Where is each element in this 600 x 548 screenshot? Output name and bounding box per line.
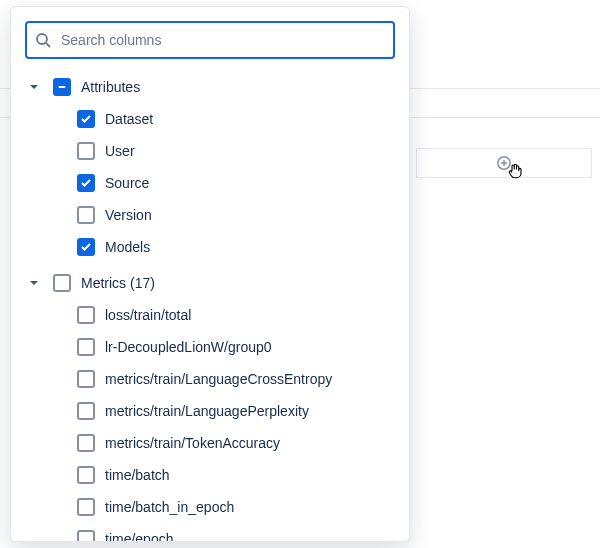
checkbox-attributes[interactable]	[53, 78, 71, 96]
checkbox[interactable]	[77, 466, 95, 484]
tree-item[interactable]: time/batch	[25, 459, 395, 491]
tree-item[interactable]: metrics/train/LanguageCrossEntropy	[25, 363, 395, 395]
tree-item[interactable]: loss/train/total	[25, 299, 395, 331]
checkbox[interactable]	[77, 338, 95, 356]
column-picker-panel: Attributes Dataset User Source Version	[10, 6, 410, 542]
item-label: lr-DecoupledLionW/group0	[105, 339, 272, 355]
checkbox[interactable]	[77, 370, 95, 388]
checkbox[interactable]	[77, 174, 95, 192]
item-label: metrics/train/TokenAccuracy	[105, 435, 280, 451]
tree-item[interactable]: lr-DecoupledLionW/group0	[25, 331, 395, 363]
item-label: time/batch	[105, 467, 170, 483]
add-column-cell[interactable]	[416, 148, 592, 178]
group-label: Metrics (17)	[81, 275, 155, 291]
checkbox[interactable]	[77, 530, 95, 542]
chevron-down-icon[interactable]	[25, 78, 43, 96]
tree-item[interactable]: metrics/train/TokenAccuracy	[25, 427, 395, 459]
tree-item[interactable]: User	[25, 135, 395, 167]
item-label: Version	[105, 207, 152, 223]
svg-rect-5	[59, 86, 66, 88]
item-label: metrics/train/LanguagePerplexity	[105, 403, 309, 419]
group-row-attributes[interactable]: Attributes	[25, 71, 395, 103]
item-label: Source	[105, 175, 149, 191]
checkbox[interactable]	[77, 238, 95, 256]
tree-item[interactable]: metrics/train/LanguagePerplexity	[25, 395, 395, 427]
group-row-metrics[interactable]: Metrics (17)	[25, 267, 395, 299]
checkbox[interactable]	[77, 306, 95, 324]
item-label: Models	[105, 239, 150, 255]
column-tree: Attributes Dataset User Source Version	[25, 71, 395, 542]
tree-item[interactable]: time/batch_in_epoch	[25, 491, 395, 523]
checkbox[interactable]	[77, 498, 95, 516]
checkbox[interactable]	[77, 110, 95, 128]
chevron-down-icon[interactable]	[25, 274, 43, 292]
tree-item[interactable]: time/epoch	[25, 523, 395, 542]
tree-item[interactable]: Source	[25, 167, 395, 199]
item-label: User	[105, 143, 135, 159]
pointer-cursor-icon	[506, 162, 524, 180]
item-label: loss/train/total	[105, 307, 191, 323]
group-label: Attributes	[81, 79, 140, 95]
checkbox[interactable]	[77, 142, 95, 160]
tree-item[interactable]: Dataset	[25, 103, 395, 135]
tree-item[interactable]: Version	[25, 199, 395, 231]
checkbox-metrics[interactable]	[53, 274, 71, 292]
checkbox[interactable]	[77, 434, 95, 452]
search-input[interactable]	[25, 21, 395, 59]
search-wrap	[25, 21, 395, 59]
item-label: time/batch_in_epoch	[105, 499, 234, 515]
checkbox[interactable]	[77, 402, 95, 420]
item-label: time/epoch	[105, 531, 173, 542]
tree-item[interactable]: Models	[25, 231, 395, 263]
item-label: metrics/train/LanguageCrossEntropy	[105, 371, 332, 387]
item-label: Dataset	[105, 111, 153, 127]
checkbox[interactable]	[77, 206, 95, 224]
